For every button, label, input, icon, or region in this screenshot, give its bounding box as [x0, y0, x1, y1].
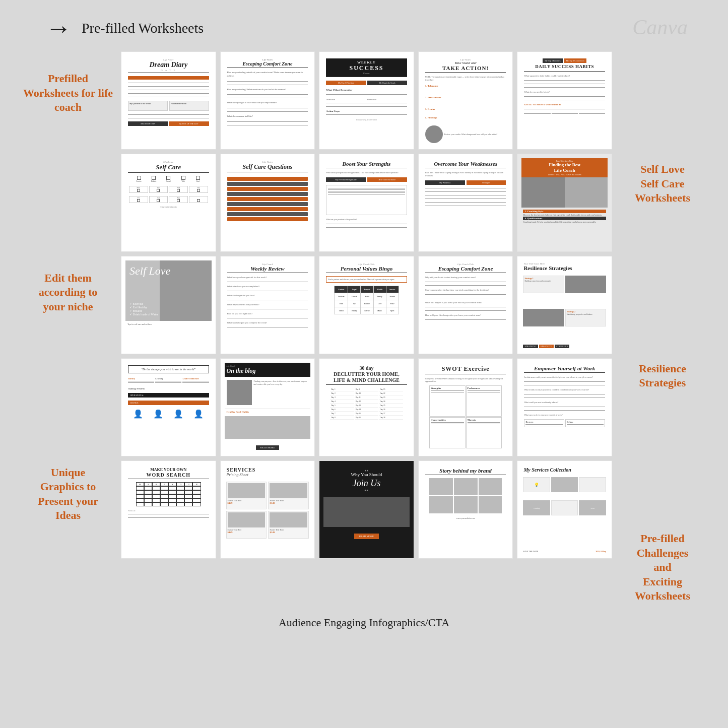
- card-join-us[interactable]: ✦✦ Why You Should Join Us ✦✦ READ MORE: [319, 460, 414, 559]
- card-daily-habits[interactable]: My Top 3 Priorities My Top 3 Connections…: [517, 51, 612, 150]
- card-swot-exercise[interactable]: SWOT Exercise Complete a personal SWOT a…: [418, 358, 513, 456]
- right-label-self-love: Self Love Self Care Worksheets: [612, 157, 713, 211]
- canva-logo: Canva: [632, 15, 688, 39]
- left-label-edit: Edit them according to your niche: [15, 266, 121, 319]
- card-boost-strengths[interactable]: Boost Your Strengths What about your per…: [319, 154, 414, 252]
- grid-row-1: Life Notes Dream Diary D A T E My Questi…: [121, 51, 612, 150]
- card-30-day-declutter[interactable]: 30 dayDECLUTTER YOUR HOME,LIFE & MIND CH…: [319, 358, 414, 456]
- card-personal-values-bingo[interactable]: Life Coach Title Personal Values Bingo F…: [319, 256, 414, 354]
- grid-row-4: "Be the change you wish to see in the wo…: [121, 358, 612, 456]
- card-finding-life-coach[interactable]: Your Title Goes Here Finding the BestLif…: [517, 154, 612, 252]
- grid-area: Life Notes Dream Diary D A T E My Questi…: [121, 51, 612, 609]
- card-escaping-comfort-zone[interactable]: Life Notes Escaping Comfort Zone How are…: [220, 51, 315, 150]
- card-story-brand[interactable]: Story behind my brand www.yourwebsite.co…: [418, 460, 513, 559]
- card-weekly-success[interactable]: WEEKLY SUCCESS Planner My Top 3 Prioriti…: [319, 51, 414, 150]
- left-label-unique: Unique Graphics to Present your Ideas: [15, 460, 121, 528]
- grid-row-5: MAKE YOUR OWN WORD SEARCH MAKE YOUR: [121, 460, 612, 559]
- grid-row-2: Challenge Self Care Exercise Meditate Jo…: [121, 154, 612, 252]
- left-sidebar: Prefilled Worksheets for life coach Edit…: [15, 51, 121, 609]
- card-services-collection[interactable]: My Services Collection 💡 coming soon: [517, 460, 612, 559]
- card-services-pricing[interactable]: SERVICES Pricing Sheet Starter Title Her…: [220, 460, 315, 559]
- header-title: Pre-filled Worksheets: [82, 20, 204, 36]
- card-overcome-weaknesses[interactable]: Overcome Your Weaknesses Read The 7 Must…: [418, 154, 513, 252]
- card-dream-diary[interactable]: Life Notes Dream Diary D A T E My Questi…: [121, 51, 216, 150]
- main-layout: Prefilled Worksheets for life coach Edit…: [15, 51, 713, 609]
- page-wrapper: Canva → Pre-filled Worksheets Prefilled …: [0, 0, 728, 728]
- card-empower-yourself[interactable]: Empower Yourself at Work In what areas c…: [517, 358, 612, 456]
- arrow-icon: →: [45, 15, 72, 41]
- right-sidebar: Self Love Self Care Worksheets Resilienc…: [612, 51, 713, 609]
- card-word-search[interactable]: MAKE YOUR OWN WORD SEARCH MAKE YOUR: [121, 460, 216, 559]
- card-escaping-comfort-zone-2[interactable]: Life Coach Title Escaping Comfort Zone W…: [418, 256, 513, 354]
- card-self-care-questions[interactable]: Life Notes Self Care Questions: [220, 154, 315, 252]
- card-be-the-change[interactable]: "Be the change you wish to see in the wo…: [121, 358, 216, 456]
- header: → Pre-filled Worksheets: [15, 15, 713, 41]
- card-resilience-strategies[interactable]: Your Title Goes Here Resilience Strategi…: [517, 256, 612, 354]
- right-label-challenges: Pre-filled Challenges and Exciting Works…: [612, 526, 713, 609]
- grid-row-3: Self Love ✓ Exercise✓ Eat Healthy✓ Breat…: [121, 256, 612, 354]
- card-take-action[interactable]: Life Notes Take Stand and TAKE ACTION! N…: [418, 51, 513, 150]
- card-self-love-photo[interactable]: Self Love ✓ Exercise✓ Eat Healthy✓ Breat…: [121, 256, 216, 354]
- card-weekly-review[interactable]: Life Coach Weekly Review What have you b…: [220, 256, 315, 354]
- footer: Audience Engaging Infographics/CTA: [15, 609, 713, 632]
- card-self-care-checklist[interactable]: Challenge Self Care Exercise Meditate Jo…: [121, 154, 216, 252]
- right-label-resilience: Resilience Strategies: [612, 357, 713, 395]
- card-on-the-blog[interactable]: Life Coach On the blog Finding your purp…: [220, 358, 315, 456]
- left-label-prefilled: Prefilled Worksheets for life coach: [15, 67, 121, 120]
